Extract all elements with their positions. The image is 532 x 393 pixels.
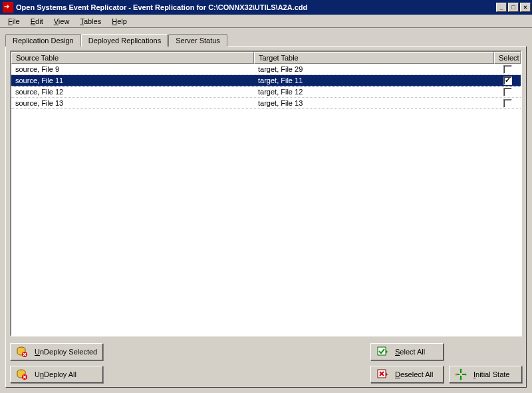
svg-point-7: [460, 378, 462, 380]
close-button[interactable]: ×: [520, 3, 531, 12]
table-row[interactable]: source, File 12target, File 12: [11, 86, 521, 98]
deselect-all-button[interactable]: Deselect All: [370, 366, 444, 383]
select-checkbox[interactable]: [503, 99, 512, 108]
column-header-select[interactable]: Select: [494, 52, 521, 64]
cell-select: [494, 65, 521, 74]
window-title: Open Systems Event Replicator - Event Re…: [16, 3, 496, 11]
select-all-button[interactable]: Select All: [370, 343, 444, 360]
menu-tables[interactable]: Tables: [74, 16, 106, 27]
svg-point-6: [460, 369, 462, 371]
database-remove-icon: [16, 368, 28, 380]
select-checkbox[interactable]: [503, 88, 512, 96]
tab-strip: Replication Design Deployed Replications…: [5, 33, 527, 46]
table-body: source, File 9target, File 29source, Fil…: [11, 64, 521, 109]
column-header-source[interactable]: Source Table: [11, 52, 254, 64]
initial-state-button[interactable]: Initial State: [449, 366, 522, 383]
undeploy-all-button[interactable]: UnDeploy All: [10, 366, 103, 383]
select-all-icon: [376, 346, 388, 358]
cell-target: target, File 11: [254, 76, 494, 84]
app-icon: [3, 2, 13, 13]
title-bar: Open Systems Event Replicator - Event Re…: [0, 0, 532, 15]
replications-table: Source Table Target Table Select source,…: [10, 51, 522, 336]
tab-panel-deployed: Source Table Target Table Select source,…: [5, 46, 527, 388]
cell-select: [494, 88, 521, 96]
tab-server-status[interactable]: Server Status: [168, 34, 227, 47]
cell-source: source, File 12: [11, 88, 254, 96]
window-controls: _ □ ×: [496, 3, 531, 12]
select-checkbox[interactable]: [503, 65, 512, 74]
database-remove-icon: [16, 346, 28, 358]
undeploy-all-label: UnDeploy All: [35, 370, 76, 378]
cell-source: source, File 11: [11, 76, 254, 84]
table-row[interactable]: source, File 13target, File 13: [11, 98, 521, 109]
select-all-label: Select All: [395, 348, 425, 356]
minimize-button[interactable]: _: [496, 3, 507, 12]
cell-source: source, File 9: [11, 65, 254, 73]
cell-select: [494, 99, 521, 108]
content-area: Replication Design Deployed Replications…: [0, 28, 532, 393]
deselect-all-label: Deselect All: [395, 370, 433, 378]
undeploy-selected-label: UnDeploy Selected: [35, 348, 97, 356]
svg-point-8: [456, 374, 458, 376]
initial-state-label: Initial State: [473, 370, 509, 378]
table-row[interactable]: source, File 9target, File 29: [11, 64, 521, 75]
menu-edit[interactable]: Edit: [25, 16, 49, 27]
undeploy-selected-button[interactable]: UnDeploy Selected: [10, 343, 103, 360]
tab-deployed-replications[interactable]: Deployed Replications: [81, 34, 168, 47]
maximize-button[interactable]: □: [508, 3, 519, 12]
column-header-target[interactable]: Target Table: [254, 52, 494, 64]
menu-file[interactable]: File: [3, 16, 25, 27]
button-row: UnDeploy Selected UnDeploy All Select Al…: [10, 336, 522, 383]
initial-state-icon: [455, 368, 467, 380]
cell-target: target, File 29: [254, 65, 494, 73]
table-header: Source Table Target Table Select: [11, 52, 521, 64]
svg-point-9: [465, 374, 467, 376]
tab-replication-design[interactable]: Replication Design: [5, 34, 81, 47]
menu-help[interactable]: Help: [106, 16, 132, 27]
deselect-all-icon: [376, 368, 388, 380]
cell-target: target, File 13: [254, 99, 494, 107]
svg-rect-4: [378, 347, 386, 355]
cell-select: [494, 76, 521, 85]
menu-bar: File Edit View Tables Help: [0, 15, 532, 28]
cell-target: target, File 12: [254, 88, 494, 96]
select-checkbox[interactable]: [503, 76, 512, 85]
menu-view[interactable]: View: [49, 16, 75, 27]
table-row[interactable]: source, File 11target, File 11: [11, 75, 521, 86]
cell-source: source, File 13: [11, 99, 254, 107]
